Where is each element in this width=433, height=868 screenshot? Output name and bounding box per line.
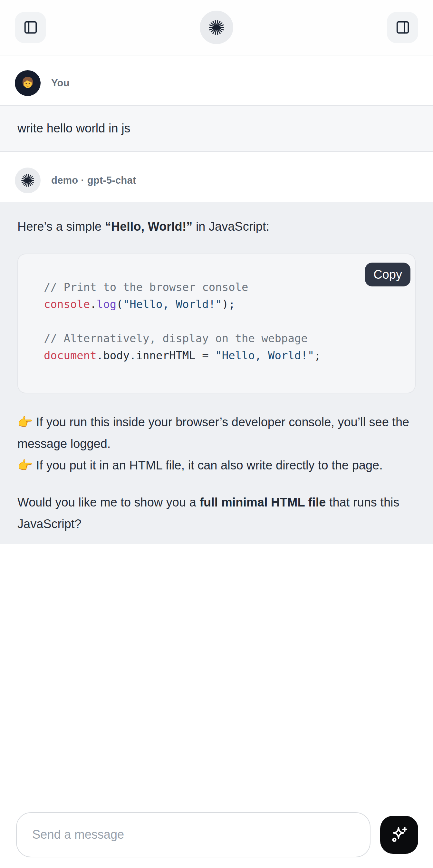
send-message-button[interactable]: [380, 816, 418, 854]
toggle-left-sidebar-button[interactable]: [15, 12, 46, 43]
user-avatar: [15, 70, 40, 96]
assistant-avatar: [15, 167, 40, 193]
topbar: [0, 0, 433, 55]
toggle-right-panel-button[interactable]: [387, 12, 418, 43]
sparkle-icon: [389, 825, 409, 845]
starburst-spinner-icon: [209, 19, 224, 35]
starburst-icon: [21, 174, 34, 187]
intro-suffix: in JavaScript:: [192, 220, 269, 233]
assistant-question-paragraph: Would you like me to show you a full min…: [18, 492, 415, 535]
assistant-author-label: demo · gpt-5-chat: [51, 175, 136, 186]
panel-left-icon: [23, 20, 38, 35]
copy-code-button[interactable]: Copy: [365, 262, 410, 286]
user-author-label: You: [51, 77, 70, 89]
intro-bold: “Hello, World!”: [105, 220, 193, 233]
question-prefix: Would you like me to show you a: [18, 496, 199, 509]
assistant-tip-paragraph: 👉 If you put it in an HTML file, it can …: [18, 455, 415, 476]
panel-right-icon: [395, 20, 410, 35]
code-line: document.body.innerHTML = "Hello, World!…: [44, 347, 402, 364]
code-line: // Alternatively, display on the webpage: [44, 330, 402, 347]
code-block: Copy // Print to the browser consolecons…: [18, 254, 415, 394]
question-bold: full minimal HTML file: [199, 496, 326, 509]
message-input[interactable]: [16, 812, 371, 857]
user-message-text: write hello world in js: [18, 121, 130, 135]
code-line: console.log("Hello, World!");: [44, 296, 402, 313]
assistant-intro-paragraph: Here’s a simple “Hello, World!” in JavaS…: [18, 217, 415, 236]
intro-prefix: Here’s a simple: [18, 220, 105, 233]
user-message-row: write hello world in js: [0, 105, 433, 152]
app-logo-chip[interactable]: [200, 11, 233, 44]
person-emoji-icon: [19, 74, 37, 92]
code-content: // Print to the browser consoleconsole.l…: [44, 279, 402, 364]
code-line: [44, 313, 402, 330]
user-message-header: You: [0, 70, 433, 96]
assistant-tip-paragraph: 👉 If you run this inside your browser’s …: [18, 411, 415, 455]
code-line: // Print to the browser console: [44, 279, 402, 296]
chat-scroll-spacer: [0, 544, 433, 801]
assistant-message-header: demo · gpt-5-chat: [0, 167, 433, 193]
assistant-message-body: Here’s a simple “Hello, World!” in JavaS…: [0, 202, 433, 544]
composer-bar: [0, 801, 433, 868]
